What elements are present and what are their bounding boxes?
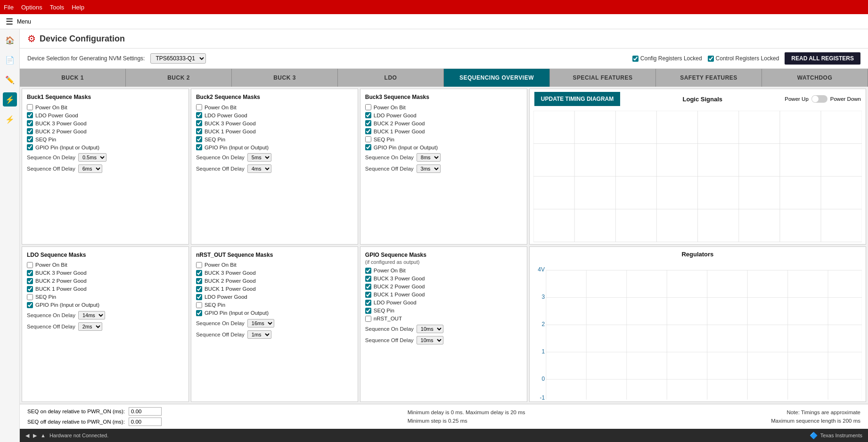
buck1-off-delay-label: Sequence Off Delay — [27, 166, 75, 172]
gpio-off-delay-label: Sequence Off Delay — [365, 337, 414, 343]
buck1-cb-4-label: SEQ Pin — [35, 137, 56, 142]
sidebar-circuit-icon[interactable]: ⚡ — [3, 92, 17, 106]
tab-buck2[interactable]: BUCK 2 — [126, 69, 232, 87]
tab-special-features[interactable]: Special Features — [550, 69, 656, 87]
nav-forward-icon[interactable]: ▶ — [33, 433, 37, 439]
svg-text:-1: -1 — [540, 394, 545, 400]
buck1-off-delay-select[interactable]: 6ms — [78, 164, 102, 173]
nrst-cb-4-input[interactable] — [196, 294, 202, 300]
buck2-on-delay-row: Sequence On Delay 5ms — [196, 153, 353, 162]
buck2-cb-0-input[interactable] — [196, 104, 202, 110]
nrst-on-delay-select[interactable]: 16ms — [247, 319, 274, 327]
sidebar-home-icon[interactable]: 🏠 — [3, 33, 17, 47]
ldo-cb-5-input[interactable] — [27, 302, 33, 308]
buck2-cb-2-input[interactable] — [196, 120, 202, 126]
nrst-cb-5-input[interactable] — [196, 302, 202, 308]
sidebar-edit-icon[interactable]: ✏️ — [3, 73, 17, 87]
nrst-cb-0-input[interactable] — [196, 262, 202, 268]
config-registers-locked-label[interactable]: Config Registers Locked — [632, 55, 702, 62]
hamburger-label[interactable]: Menu — [17, 18, 31, 25]
tab-watchdog[interactable]: Watchdog — [762, 69, 868, 87]
gpio-cb-2-input[interactable] — [365, 284, 371, 290]
power-up-down-toggle[interactable] — [811, 95, 827, 103]
buck1-cb-3-input[interactable] — [27, 128, 33, 134]
menu-help[interactable]: Help — [72, 4, 84, 11]
gpio-off-delay-select[interactable]: 10ms — [417, 336, 443, 344]
buck3-cb-4-input[interactable] — [365, 136, 371, 142]
status-bar: ◀ ▶ ▲ Hardware not Connected. 🔷 Texas In… — [20, 429, 868, 442]
buck2-panel: Buck2 Sequence Masks Power On Bit LDO Po… — [191, 89, 358, 245]
buck1-on-delay-select[interactable]: 0.5ms — [78, 153, 106, 162]
tab-ldo[interactable]: LDO — [338, 69, 444, 87]
nav-back-icon[interactable]: ◀ — [25, 433, 29, 439]
buck3-cb-5-input[interactable] — [365, 144, 371, 150]
read-all-registers-button[interactable]: READ ALL REGISTERS — [785, 52, 860, 65]
buck2-cb-1-input[interactable] — [196, 112, 202, 118]
update-timing-button[interactable]: UPDATE TIMING DIAGRAM — [534, 92, 620, 106]
buck3-cb-0-input[interactable] — [365, 104, 371, 110]
nrst-cb-1-input[interactable] — [196, 270, 202, 276]
buck1-cb-1-label: LDO Power Good — [35, 113, 78, 118]
min-step-text: Minimum step is 0.25 ms — [408, 417, 525, 425]
buck2-cb-4-input[interactable] — [196, 136, 202, 142]
buck1-cb-2-input[interactable] — [27, 120, 33, 126]
buck3-cb-3-input[interactable] — [365, 128, 371, 134]
gpio-cb-3-input[interactable] — [365, 292, 371, 298]
menu-options[interactable]: Options — [21, 4, 42, 11]
footer-left: SEQ on delay relative to PWR_ON (ms): SE… — [27, 407, 162, 426]
ldo-cb-4-input[interactable] — [27, 294, 33, 300]
tab-sequencing-overview[interactable]: Sequencing Overview — [444, 69, 550, 87]
ldo-cb-2-input[interactable] — [27, 278, 33, 284]
buck1-cb-4-input[interactable] — [27, 136, 33, 142]
sidebar-flash-icon[interactable]: ⚡ — [3, 112, 17, 126]
gpio-cb-6-input[interactable] — [365, 316, 371, 322]
buck3-cb-5: GPIO Pin (Input or Output) — [365, 144, 522, 150]
menu-file[interactable]: File — [4, 4, 14, 11]
tab-safety-features[interactable]: Safety Features — [656, 69, 762, 87]
gpio-cb-4-input[interactable] — [365, 300, 371, 306]
gpio-cb-1-input[interactable] — [365, 276, 371, 282]
sidebar-doc-icon[interactable]: 📄 — [3, 53, 17, 67]
seq-off-delay-input[interactable] — [129, 417, 162, 426]
buck3-cb-1-input[interactable] — [365, 112, 371, 118]
device-select[interactable]: TPS650333-Q1 — [150, 53, 206, 64]
ldo-cb-1-input[interactable] — [27, 270, 33, 276]
buck2-cb-3-input[interactable] — [196, 128, 202, 134]
buck1-cb-1-input[interactable] — [27, 112, 33, 118]
config-registers-locked-checkbox[interactable] — [632, 56, 639, 62]
control-registers-locked-checkbox[interactable] — [708, 56, 714, 62]
nrst-cb-6-input[interactable] — [196, 310, 202, 316]
nrst-cb-3-input[interactable] — [196, 286, 202, 292]
hamburger-icon[interactable]: ☰ — [6, 16, 13, 27]
nrst-off-delay-select[interactable]: 1ms — [247, 330, 271, 339]
gpio-on-delay-select[interactable]: 10ms — [417, 325, 443, 333]
ldo-cb-0-input[interactable] — [27, 262, 33, 268]
ldo-off-delay-select[interactable]: 2ms — [78, 322, 102, 331]
buck2-cb-5-input[interactable] — [196, 144, 202, 150]
tab-buck3[interactable]: BUCK 3 — [232, 69, 338, 87]
menu-tools[interactable]: Tools — [50, 4, 64, 11]
gpio-title: GPIO Sequence Masks — [365, 252, 522, 258]
buck1-cb-1: LDO Power Good — [27, 112, 184, 118]
gpio-cb-5-input[interactable] — [365, 308, 371, 314]
buck3-cb-2-label: BUCK 2 Power Good — [374, 121, 425, 126]
nav-up-icon[interactable]: ▲ — [41, 433, 46, 438]
buck1-cb-5-input[interactable] — [27, 144, 33, 150]
max-seq-text: Maximum sequence length is 200 ms — [771, 417, 860, 425]
tab-buck1[interactable]: BUCK 1 — [20, 69, 126, 87]
nrst-cb-2-input[interactable] — [196, 278, 202, 284]
buck3-on-delay-select[interactable]: 8ms — [417, 153, 441, 162]
buck1-cb-0-input[interactable] — [27, 104, 33, 110]
buck3-off-delay-select[interactable]: 3ms — [417, 164, 441, 173]
buck2-off-delay-select[interactable]: 4ms — [247, 164, 271, 173]
ldo-cb-3-input[interactable] — [27, 286, 33, 292]
gpio-cb-3-label: BUCK 1 Power Good — [374, 292, 425, 297]
ldo-on-delay-select[interactable]: 14ms — [78, 311, 105, 319]
gpio-on-delay-label: Sequence On Delay — [365, 326, 414, 332]
gpio-cb-0-input[interactable] — [365, 268, 371, 274]
control-registers-locked-label[interactable]: Control Registers Locked — [708, 55, 779, 62]
seq-on-delay-input[interactable] — [129, 407, 162, 416]
buck3-cb-2-input[interactable] — [365, 120, 371, 126]
buck2-on-delay-select[interactable]: 5ms — [247, 153, 271, 162]
page-title-icon: ⚙ — [27, 33, 36, 44]
